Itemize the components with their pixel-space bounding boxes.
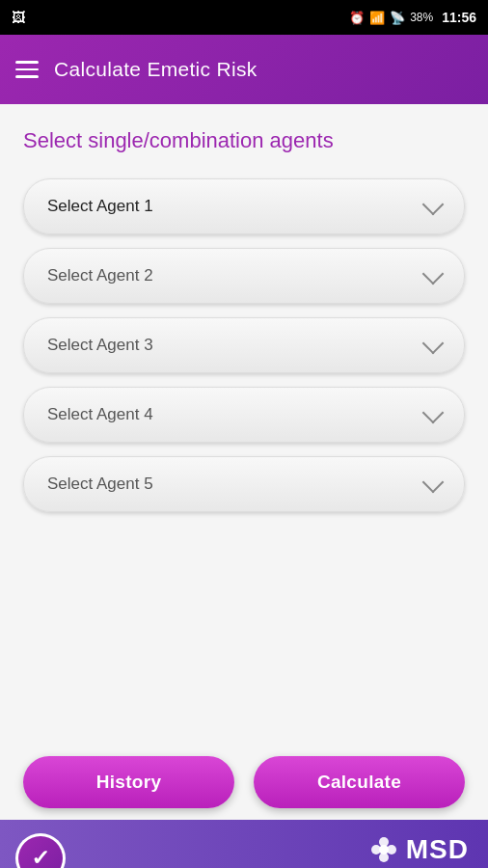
msd-logo-group: MSD: [369, 834, 469, 865]
agent-3-label: Select Agent 3: [47, 336, 153, 355]
status-icons: ⏰ 📶 📡 38% 11:56: [349, 10, 476, 25]
section-title: Select single/combination agents: [23, 127, 465, 155]
agent-4-dropdown[interactable]: Select Agent 4: [23, 387, 465, 443]
chevron-down-icon: [422, 262, 445, 285]
main-content: Select single/combination agents Select …: [0, 104, 488, 737]
battery-indicator: 38%: [410, 11, 433, 24]
msd-branding: MSD Be well: [369, 834, 469, 868]
chevron-down-icon: [422, 193, 445, 215]
agent-dropdown-list: Select Agent 1 Select Agent 2 Select Age…: [23, 178, 465, 512]
photo-icon: 🖼: [12, 10, 25, 25]
agent-5-dropdown[interactable]: Select Agent 5: [23, 456, 465, 512]
agent-1-dropdown[interactable]: Select Agent 1: [23, 178, 465, 234]
check-circle-icon: ✓: [15, 833, 66, 868]
agent-2-dropdown[interactable]: Select Agent 2: [23, 248, 465, 304]
hamburger-menu-button[interactable]: [15, 61, 39, 78]
alarm-icon: ⏰: [349, 11, 365, 25]
app-header: Calculate Emetic Risk: [0, 35, 488, 104]
agent-4-label: Select Agent 4: [47, 405, 153, 424]
msd-flower-icon: [369, 835, 398, 864]
agent-2-label: Select Agent 2: [47, 266, 153, 285]
calculate-button[interactable]: Calculate: [254, 756, 465, 808]
msd-brand-name: MSD: [406, 834, 469, 865]
clock: 11:56: [442, 10, 476, 25]
status-left: 🖼: [12, 10, 343, 25]
status-bar: 🖼 ⏰ 📶 📡 38% 11:56: [0, 0, 488, 35]
history-button[interactable]: History: [23, 756, 234, 808]
chevron-down-icon: [422, 401, 445, 423]
footer-bar: ✓ MSD Be well: [0, 820, 488, 868]
signal-icon: 📡: [390, 11, 405, 25]
agent-1-label: Select Agent 1: [47, 197, 153, 216]
chevron-down-icon: [422, 471, 445, 493]
svg-point-4: [379, 845, 389, 854]
agent-3-dropdown[interactable]: Select Agent 3: [23, 317, 465, 373]
page-title: Calculate Emetic Risk: [54, 58, 258, 81]
action-buttons-area: History Calculate: [0, 737, 488, 820]
agent-5-label: Select Agent 5: [47, 475, 153, 494]
wifi-icon: 📶: [369, 11, 385, 25]
app-logo: ✓: [15, 833, 66, 868]
chevron-down-icon: [422, 332, 445, 354]
